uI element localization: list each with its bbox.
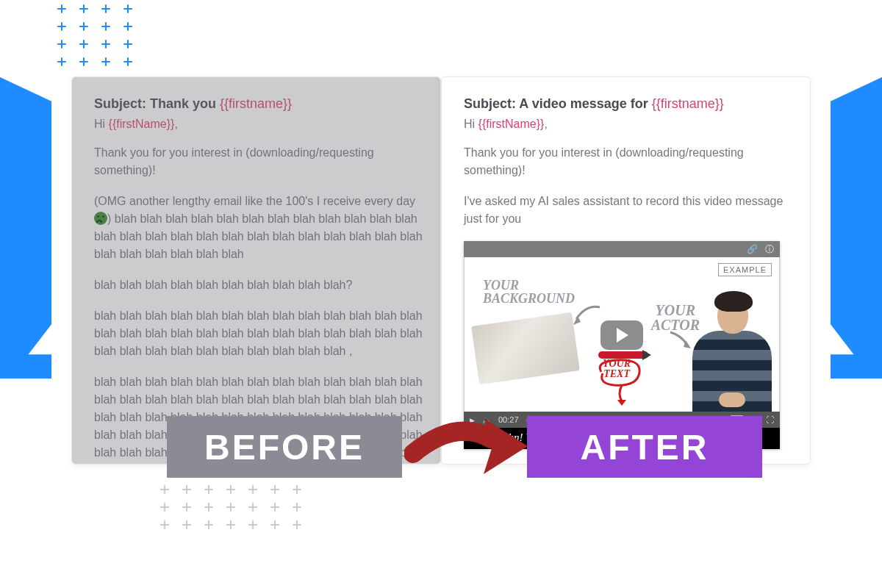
subject-token: {{firstname}} <box>652 96 724 111</box>
before-p2: (OMG another lengthy email like the 100'… <box>94 193 423 263</box>
video-canvas[interactable]: EXAMPLE YOURBACKGROUND YOURACTOR YOURTEX… <box>464 257 780 412</box>
after-greeting: Hi {{firstName}}, <box>464 118 792 131</box>
before-after-arrow-icon <box>404 411 529 481</box>
subject-text: Thank you <box>150 96 216 111</box>
decor-plus-grid-top <box>57 4 132 66</box>
subject-label: Subject: <box>94 96 146 111</box>
arrow-to-background-icon <box>572 304 601 326</box>
nauseated-face-icon <box>94 212 107 225</box>
after-badge: AFTER <box>527 416 762 478</box>
play-button-icon[interactable] <box>600 320 643 350</box>
decor-blue-right <box>831 77 882 379</box>
controls-fullscreen-icon[interactable] <box>766 415 774 424</box>
after-p1: Thank you for you interest in (downloadi… <box>464 144 792 179</box>
label-your-text: YOURTEXT <box>603 359 631 379</box>
decor-plus-grid-bottom <box>160 485 301 529</box>
after-p2: I've asked my AI sales assistant to reco… <box>464 193 792 228</box>
email-card-after: Subject: A video message for {{firstname… <box>441 76 811 465</box>
arrow-to-text-icon <box>614 385 629 406</box>
background-thumbnail <box>471 312 580 384</box>
example-badge: EXAMPLE <box>718 263 772 276</box>
actor-figure <box>689 287 775 412</box>
before-p3: blah blah blah blah blah blah blah blah … <box>94 276 423 294</box>
before-subject: Subject: Thank you {{firstname}} <box>94 96 423 112</box>
before-p1: Thank you for you interest in (downloadi… <box>94 144 423 179</box>
share-icon[interactable]: 🔗 <box>747 244 758 254</box>
before-greeting: Hi {{firstName}}, <box>94 118 423 131</box>
email-card-before: Subject: Thank you {{firstname}} Hi {{fi… <box>71 76 441 465</box>
label-your-background: YOURBACKGROUND <box>483 279 575 305</box>
after-subject: Subject: A video message for {{firstname… <box>464 96 792 112</box>
before-p4: blah blah blah blah blah blah blah blah … <box>94 307 423 360</box>
video-topbar: 🔗 ⓘ <box>464 241 780 257</box>
before-badge: BEFORE <box>167 416 402 478</box>
subject-label: Subject: <box>464 96 516 111</box>
info-icon[interactable]: ⓘ <box>765 243 774 256</box>
decor-blue-left <box>0 77 51 379</box>
subject-text: A video message for <box>519 96 648 111</box>
subject-token: {{firstname}} <box>220 96 292 111</box>
